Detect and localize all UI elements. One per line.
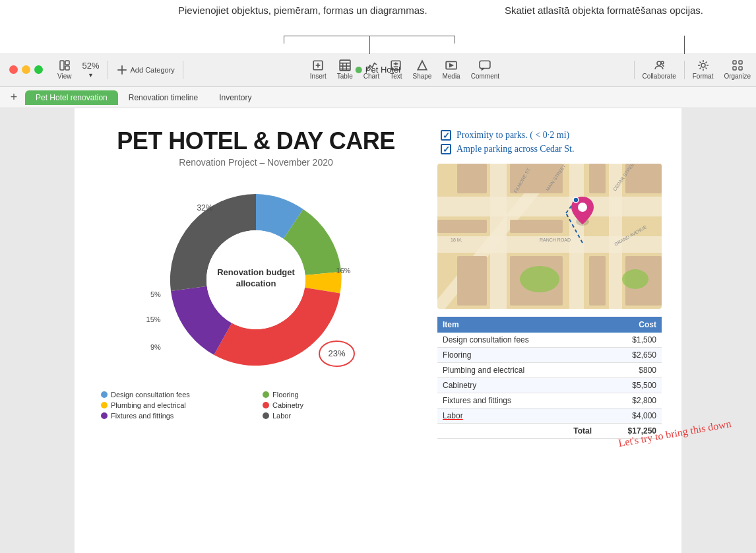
svg-marker-18 (418, 61, 427, 70)
chart-legend: Design consultation fees Flooring Plumbi… (94, 391, 418, 420)
pct-16: 16% (336, 267, 351, 275)
svg-rect-27 (733, 67, 736, 70)
tabbar: + Pet Hotel renovation Renovation timeli… (0, 87, 756, 108)
row-fixtures-item: Fixtures and fittings (437, 393, 597, 408)
shape-button[interactable]: Shape (408, 58, 437, 81)
row-flooring-cost: $2,650 (597, 348, 662, 363)
check-item-1: Proximity to parks. ( < 0·2 mi) (441, 128, 658, 142)
media-button[interactable]: Media (437, 58, 465, 81)
row-plumbing-cost: $800 (597, 363, 662, 378)
checkbox-1[interactable] (441, 130, 451, 141)
pct-32: 32% (197, 203, 212, 212)
tab-renovation-timeline[interactable]: Renovation timeline (118, 90, 208, 105)
legend-dot-design (101, 391, 108, 398)
check-item-2: Ample parking across Cedar St. (441, 142, 658, 156)
table-row: Labor $4,000 (437, 408, 662, 424)
tab-pet-hotel-renovation[interactable]: Pet Hotel renovation (25, 90, 118, 105)
svg-text:Renovation budget: Renovation budget (217, 267, 295, 277)
add-category-button[interactable]: Add Category (111, 63, 180, 77)
page-subtitle: Renovation Project – November 2020 (94, 157, 418, 168)
zoom-control[interactable]: 52% ▼ (77, 59, 105, 80)
row-design-item: Design consultation fees (437, 333, 597, 348)
legend-cabinetry: Cabinetry (263, 401, 411, 409)
toolbar-separator-3 (634, 61, 635, 79)
legend-plumbing: Plumbing and electrical (101, 401, 249, 409)
close-button[interactable] (9, 65, 18, 74)
svg-marker-20 (450, 64, 453, 67)
svg-rect-47 (589, 256, 606, 306)
svg-rect-41 (437, 220, 487, 233)
content-area: PET HOTEL & DAY CARE Renovation Project … (0, 108, 756, 553)
svg-point-61 (573, 197, 579, 203)
page-title: PET HOTEL & DAY CARE (94, 128, 418, 154)
legend-dot-flooring (263, 391, 269, 398)
svg-rect-39 (457, 164, 487, 193)
svg-rect-36 (569, 164, 584, 309)
organize-button[interactable]: Organize (718, 58, 756, 81)
svg-rect-21 (480, 61, 490, 68)
pct-5: 5% (150, 290, 161, 298)
row-cabinetry-cost: $5,500 (597, 378, 662, 393)
row-flooring-item: Flooring (437, 348, 597, 363)
svg-text:18 M.: 18 M. (451, 238, 462, 242)
legend-dot-fixtures (101, 412, 108, 419)
svg-rect-28 (739, 67, 742, 70)
cost-table-container: Item Cost Design consultation fees $1,50… (437, 317, 662, 439)
legend-dot-cabinetry (263, 402, 269, 408)
legend-dot-labor (263, 412, 269, 419)
table-button[interactable]: Table (332, 58, 358, 81)
maximize-button[interactable] (34, 65, 43, 74)
table-row: Design consultation fees $1,500 (437, 333, 662, 348)
toolbar-right-group: Collaborate Format Organize (631, 58, 756, 81)
svg-text:RANCH ROAD: RANCH ROAD (540, 238, 571, 242)
svg-point-50 (622, 269, 648, 289)
annotations: Pievienojiet objektus, piemēram, formas … (0, 0, 756, 53)
map-container: FILMORE ST. MAIN STREET CEDAR STREET 18 … (437, 164, 662, 309)
toolbar-center-group: Insert Table Chart Text Shape Media Comm… (305, 58, 505, 81)
annotation-right: Skatiet atlasītā objekta formatēšanas op… (505, 3, 703, 17)
table-row: Flooring $2,650 (437, 348, 662, 363)
svg-point-24 (701, 63, 705, 67)
donut-chart: 32% 16% 5% 15% 9% 23% (150, 174, 362, 385)
svg-point-60 (578, 203, 587, 212)
legend-dot-plumbing (101, 402, 108, 408)
table-row: Fixtures and fittings $2,800 (437, 393, 662, 408)
add-sheet-button[interactable]: + (7, 90, 21, 105)
annotation-left: Pievienojiet objektus, piemēram, formas … (178, 3, 427, 17)
left-panel: PET HOTEL & DAY CARE Renovation Project … (94, 128, 418, 540)
pct-15: 15% (146, 315, 161, 323)
checkbox-2[interactable] (441, 144, 451, 154)
row-fixtures-cost: $2,800 (597, 393, 662, 408)
legend-labor: Labor (263, 412, 411, 420)
row-labor-cost: $4,000 (597, 408, 662, 424)
legend-design: Design consultation fees (101, 391, 249, 399)
check-text-2: Ample parking across Cedar St. (457, 142, 574, 156)
comment-button[interactable]: Comment (466, 58, 505, 81)
tab-inventory[interactable]: Inventory (208, 90, 262, 105)
check-text-1: Proximity to parks. ( < 0·2 mi) (457, 128, 569, 142)
svg-rect-33 (437, 197, 662, 216)
cost-table: Item Cost Design consultation fees $1,50… (437, 317, 662, 439)
col-item-header: Item (437, 317, 597, 333)
minimize-button[interactable] (22, 65, 30, 74)
view-button[interactable]: View (52, 58, 77, 81)
document-title: Pet Hotel (356, 65, 400, 75)
svg-rect-26 (739, 61, 742, 64)
titlebar: View 52% ▼ Add Category Pet Hotel Insert… (0, 53, 756, 87)
table-row: Plumbing and electrical $800 (437, 363, 662, 378)
svg-text:allocation: allocation (236, 278, 276, 288)
col-cost-header: Cost (597, 317, 662, 333)
svg-point-49 (520, 266, 559, 292)
legend-flooring: Flooring (263, 391, 411, 399)
collaborate-button[interactable]: Collaborate (637, 58, 681, 81)
svg-rect-45 (589, 164, 606, 193)
title-dot (356, 67, 362, 73)
pct-23-label: 23% (328, 348, 345, 358)
map-svg: FILMORE ST. MAIN STREET CEDAR STREET 18 … (437, 164, 662, 309)
insert-button[interactable]: Insert (305, 58, 332, 81)
page: PET HOTEL & DAY CARE Renovation Project … (75, 108, 681, 553)
svg-rect-1 (65, 61, 69, 65)
format-button[interactable]: Format (687, 58, 719, 81)
svg-rect-25 (733, 61, 736, 64)
svg-point-23 (661, 61, 664, 64)
